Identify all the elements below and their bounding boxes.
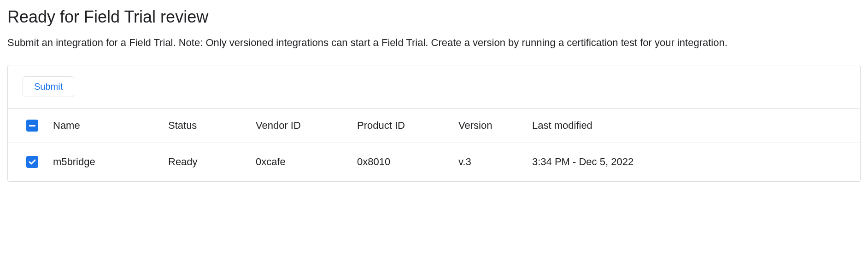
- cell-last-modified: 3:34 PM - Dec 5, 2022: [525, 143, 860, 181]
- row-checkbox-cell: [8, 143, 46, 181]
- table-row[interactable]: m5bridge Ready 0xcafe 0x8010 v.3 3:34 PM…: [8, 143, 860, 181]
- column-header-vendor-id: Vendor ID: [248, 109, 350, 143]
- submit-button[interactable]: Submit: [23, 76, 74, 97]
- cell-status: Ready: [161, 143, 248, 181]
- column-header-last-modified: Last modified: [525, 109, 860, 143]
- checkmark-icon: [29, 158, 36, 166]
- table-container: Submit Name Status Vendor ID Product ID …: [7, 65, 861, 182]
- page-title: Ready for Field Trial review: [7, 7, 861, 27]
- cell-vendor-id: 0xcafe: [248, 143, 350, 181]
- column-header-name: Name: [46, 109, 161, 143]
- page-description: Submit an integration for a Field Trial.…: [7, 35, 861, 50]
- column-header-version: Version: [451, 109, 525, 143]
- select-all-checkbox[interactable]: [26, 120, 38, 132]
- column-header-status: Status: [161, 109, 248, 143]
- column-header-product-id: Product ID: [350, 109, 451, 143]
- cell-product-id: 0x8010: [350, 143, 451, 181]
- toolbar: Submit: [8, 65, 860, 109]
- row-checkbox[interactable]: [26, 156, 38, 168]
- integrations-table: Name Status Vendor ID Product ID Version…: [8, 109, 860, 181]
- cell-version: v.3: [451, 143, 525, 181]
- column-header-checkbox: [8, 109, 46, 143]
- cell-name: m5bridge: [46, 143, 161, 181]
